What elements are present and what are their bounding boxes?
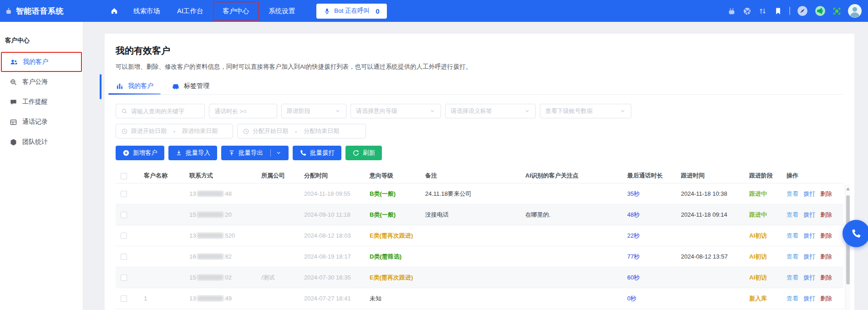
follow-stage-select[interactable]: 跟进阶段: [281, 104, 346, 118]
call-link[interactable]: 拨打: [803, 295, 815, 302]
delete-link[interactable]: 删除: [820, 274, 832, 281]
date-end-placeholder: 跟进结束日期: [182, 127, 218, 135]
call-duration-input[interactable]: [214, 108, 272, 115]
delete-link[interactable]: 删除: [820, 232, 832, 239]
row-checkbox[interactable]: [121, 233, 127, 239]
sidebar-item-3[interactable]: 工作提醒: [0, 92, 83, 112]
bookmark-icon[interactable]: [774, 7, 782, 15]
view-link[interactable]: 查看: [787, 190, 798, 197]
nav-ai-workbench[interactable]: AI工作台: [168, 0, 212, 22]
megaphone-icon: [815, 5, 826, 16]
row-checkbox[interactable]: [121, 295, 127, 302]
column-header: 联系方式: [184, 172, 256, 180]
intent-level: B类(一般): [364, 211, 420, 219]
last-call-duration: 35秒: [622, 190, 675, 198]
tab-label: 我的客户: [128, 82, 153, 90]
tab-my-customers[interactable]: 我的客户: [116, 77, 153, 94]
floating-call-button[interactable]: [843, 220, 868, 247]
date-end-placeholder: 分配结束日期: [304, 127, 339, 135]
intent-level: D类(需筛选): [364, 253, 420, 261]
row-checkbox[interactable]: [121, 212, 127, 218]
assign-time: 2024-11-18 09:55: [299, 190, 364, 197]
mic-icon: [324, 8, 330, 15]
fullscreen-icon[interactable]: [832, 7, 841, 15]
follow-date-range[interactable]: 跟进开始日期-跟进结束日期: [116, 124, 233, 138]
button-label: 批量导入: [186, 149, 210, 157]
select-all-checkbox[interactable]: [121, 173, 127, 179]
nav-system-settings[interactable]: 系统设置: [260, 0, 304, 22]
keyword-search-input[interactable]: [131, 108, 199, 115]
megaphone-icon[interactable]: [815, 5, 826, 16]
sidebar-item-5[interactable]: 团队统计: [0, 132, 83, 152]
sub-account-select[interactable]: 查看下级账号数据: [540, 104, 631, 118]
call-link[interactable]: 拨打: [803, 253, 815, 260]
row-checkbox[interactable]: [121, 191, 127, 197]
nav-divider: [789, 7, 790, 15]
dropdown-chevron[interactable]: [275, 150, 282, 156]
sidebar: 客户中心 我的客户客户公海工作提醒通话记录团队统计: [0, 22, 83, 310]
clock-icon: [243, 128, 249, 135]
compass-icon: [797, 5, 808, 16]
view-link[interactable]: 查看: [787, 295, 798, 302]
aperture-icon[interactable]: [743, 7, 751, 15]
intent-level: E类(需再次跟进): [364, 232, 420, 240]
assign-date-range[interactable]: 分配开始日期-分配结束日期: [237, 124, 366, 138]
import-icon: [175, 149, 183, 157]
call-link[interactable]: 拨打: [803, 232, 815, 239]
column-header: 跟进阶段: [744, 172, 781, 180]
view-link[interactable]: 查看: [787, 232, 798, 239]
sidebar-item-label: 客户公海: [22, 78, 48, 86]
call-link[interactable]: 拨打: [803, 211, 815, 218]
table-header-row: 客户名称联系方式所属公司分配时间意向等级备注AI识别的客户关注点最后通话时长跟进…: [116, 168, 843, 183]
sidebar-scroll-indicator[interactable]: [100, 74, 102, 99]
call-duration-input[interactable]: [209, 104, 277, 118]
view-link[interactable]: 查看: [787, 211, 798, 218]
sidebar-item-4[interactable]: 通话记录: [0, 112, 83, 132]
batch-export-button[interactable]: 批量导出: [221, 146, 289, 160]
batch-call-button[interactable]: 批量拨打: [293, 146, 341, 160]
keyword-search-input[interactable]: [116, 104, 205, 118]
add-customer-button[interactable]: 新增客户: [116, 146, 164, 160]
bot-calling-button[interactable]: Bot 正在呼叫 0: [316, 4, 386, 19]
call-link[interactable]: 拨打: [803, 190, 815, 197]
table-scrollbar[interactable]: [845, 184, 850, 310]
nav-home[interactable]: [104, 0, 125, 22]
bot-calling-label: Bot 正在呼叫: [334, 7, 370, 15]
delete-link[interactable]: 删除: [820, 190, 832, 197]
app-logo: 智能语音系统: [5, 6, 82, 16]
column-header: 操作: [781, 172, 843, 180]
chevron-down-icon: [429, 108, 436, 114]
users-icon: [10, 58, 18, 66]
bot-calling-count: 0: [376, 7, 379, 15]
delete-link[interactable]: 删除: [820, 253, 832, 260]
avatar[interactable]: [848, 4, 862, 18]
delete-link[interactable]: 删除: [820, 295, 832, 302]
column-header: 分配时间: [299, 172, 364, 180]
refresh-button[interactable]: 刷新: [345, 146, 382, 160]
select-placeholder: 查看下级账号数据: [545, 107, 593, 115]
view-link[interactable]: 查看: [787, 253, 798, 260]
compass-icon[interactable]: [797, 5, 808, 16]
row-checkbox[interactable]: [121, 274, 127, 281]
sort-arrows-icon[interactable]: [758, 7, 767, 15]
app-title: 智能语音系统: [16, 6, 64, 16]
sidebar-item-1[interactable]: 我的客户: [1, 52, 82, 72]
chevron-down-icon: [524, 108, 530, 114]
delete-link[interactable]: 删除: [820, 211, 832, 218]
button-label: 刷新: [363, 149, 375, 157]
intent-level-select[interactable]: 请选择意向等级: [350, 104, 441, 118]
batch-import-button[interactable]: 批量导入: [168, 146, 217, 160]
row-checkbox[interactable]: [121, 254, 127, 260]
nav-clue-market[interactable]: 线索市场: [125, 0, 168, 22]
nav-customer-center[interactable]: 客户中心: [213, 1, 259, 20]
filter-row-2: 跟进开始日期-跟进结束日期分配开始日期-分配结束日期: [116, 124, 843, 138]
assign-time: 2024-09-10 11:18: [299, 211, 364, 218]
call-link[interactable]: 拨打: [803, 274, 815, 281]
robot-icon[interactable]: [727, 7, 736, 15]
view-link[interactable]: 查看: [787, 274, 798, 281]
scrollbar-up-arrow[interactable]: [846, 188, 850, 190]
semantic-tag-select[interactable]: 请选择语义标签: [445, 104, 536, 118]
follow-stage: AI初访: [744, 274, 781, 282]
tab-tag-management[interactable]: 标签管理: [172, 77, 209, 94]
sidebar-item-2[interactable]: 客户公海: [0, 72, 83, 92]
